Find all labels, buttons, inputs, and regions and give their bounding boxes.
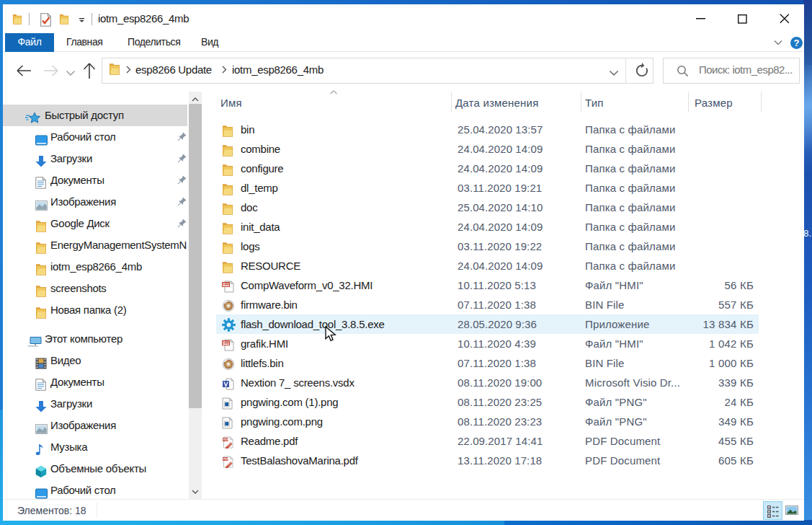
svg-text:PDF: PDF (223, 457, 230, 461)
svg-text:HMI: HMI (223, 282, 230, 286)
svg-text:HMI: HMI (223, 340, 230, 345)
svg-text:PDF: PDF (223, 438, 230, 441)
